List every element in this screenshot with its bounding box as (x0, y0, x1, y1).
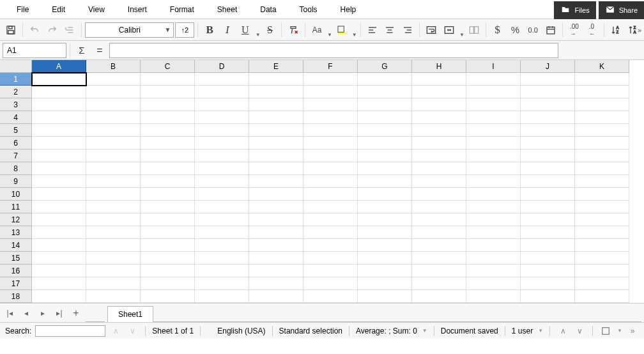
cell[interactable] (575, 188, 629, 201)
cell[interactable] (466, 98, 521, 111)
cell[interactable] (141, 252, 195, 265)
chevron-down-icon[interactable]: ▼ (352, 32, 357, 40)
undo-button[interactable] (26, 22, 43, 38)
cell[interactable] (303, 111, 358, 124)
cell[interactable] (249, 201, 303, 213)
align-left-button[interactable] (364, 22, 381, 38)
cell[interactable] (195, 213, 249, 226)
cell[interactable] (249, 111, 303, 124)
background-color-button[interactable] (334, 22, 350, 38)
cell[interactable] (466, 213, 521, 226)
cell[interactable] (32, 265, 86, 277)
cell[interactable] (575, 239, 629, 252)
row-header[interactable]: 2 (0, 86, 32, 98)
cell[interactable] (32, 73, 86, 86)
cell[interactable] (195, 277, 249, 290)
cell[interactable] (86, 111, 141, 124)
column-header[interactable]: C (141, 60, 195, 73)
share-button[interactable]: Share (599, 1, 644, 19)
cell[interactable] (358, 73, 412, 86)
cell[interactable] (521, 111, 575, 124)
cell[interactable] (575, 98, 629, 111)
cell[interactable] (249, 98, 303, 111)
cell[interactable] (249, 265, 303, 277)
number-format-button[interactable]: 0.0 (525, 22, 541, 38)
cell[interactable] (358, 150, 412, 162)
column-header[interactable]: B (86, 60, 141, 73)
cell[interactable] (412, 201, 466, 213)
menu-format[interactable]: Format (158, 1, 206, 18)
chevron-down-icon[interactable]: ▼ (327, 32, 332, 40)
cell[interactable] (575, 226, 629, 239)
next-sheet-button[interactable]: ▸ (36, 306, 50, 320)
cell[interactable] (412, 277, 466, 290)
cell[interactable] (32, 162, 86, 175)
cell[interactable] (86, 265, 141, 277)
search-next-button[interactable]: ∨ (126, 325, 139, 337)
cell[interactable] (521, 239, 575, 252)
cell[interactable] (32, 150, 86, 162)
column-header[interactable]: G (358, 60, 412, 73)
align-center-button[interactable] (382, 22, 399, 38)
cell[interactable] (466, 162, 521, 175)
cell[interactable] (141, 150, 195, 162)
column-header[interactable]: H (412, 60, 466, 73)
cell[interactable] (303, 86, 358, 98)
cell[interactable] (141, 188, 195, 201)
cell[interactable] (195, 137, 249, 150)
cell[interactable] (86, 150, 141, 162)
cell[interactable] (521, 188, 575, 201)
cell[interactable] (466, 124, 521, 137)
cell[interactable] (32, 226, 86, 239)
menu-tools[interactable]: Tools (288, 1, 329, 18)
cell[interactable] (412, 124, 466, 137)
cell[interactable] (358, 277, 412, 290)
remove-decimal-button[interactable]: .0← (584, 22, 601, 38)
cell[interactable] (141, 175, 195, 188)
prev-sheet-button[interactable]: ◂ (19, 306, 33, 320)
row-header[interactable]: 5 (0, 124, 32, 137)
cell[interactable] (86, 86, 141, 98)
cell[interactable] (466, 150, 521, 162)
cell[interactable] (466, 73, 521, 86)
cell[interactable] (521, 277, 575, 290)
cell[interactable] (466, 86, 521, 98)
language-label[interactable]: English (USA) (217, 327, 265, 335)
search-input[interactable] (35, 325, 105, 337)
cell[interactable] (86, 162, 141, 175)
cell[interactable] (303, 265, 358, 277)
search-prev-button[interactable]: ∧ (109, 325, 122, 337)
cell[interactable] (303, 239, 358, 252)
add-decimal-button[interactable]: .00→ (566, 22, 583, 38)
column-header[interactable]: K (575, 60, 629, 73)
cell[interactable] (575, 124, 629, 137)
cell[interactable] (358, 86, 412, 98)
cell[interactable] (521, 137, 575, 150)
cell[interactable] (412, 265, 466, 277)
row-header[interactable]: 6 (0, 137, 32, 150)
column-header[interactable]: I (466, 60, 521, 73)
cell[interactable] (303, 137, 358, 150)
cell[interactable] (249, 73, 303, 86)
column-header[interactable]: D (195, 60, 249, 73)
row-header[interactable]: 9 (0, 175, 32, 188)
cell[interactable] (575, 213, 629, 226)
cell[interactable] (195, 86, 249, 98)
cell[interactable] (303, 124, 358, 137)
cell[interactable] (575, 137, 629, 150)
cell[interactable] (141, 290, 195, 303)
cell[interactable] (141, 98, 195, 111)
selection-mode-label[interactable]: Standard selection (279, 327, 342, 335)
save-button[interactable] (3, 22, 19, 38)
cell[interactable] (575, 265, 629, 277)
cell[interactable] (303, 226, 358, 239)
cell[interactable] (303, 150, 358, 162)
cell[interactable] (412, 111, 466, 124)
cell[interactable] (141, 162, 195, 175)
menu-view[interactable]: View (77, 1, 116, 18)
zoom-fit-button[interactable] (599, 325, 612, 337)
cell[interactable] (575, 175, 629, 188)
cell[interactable] (575, 150, 629, 162)
cell[interactable] (358, 98, 412, 111)
chevron-down-icon[interactable]: ▼ (617, 328, 622, 334)
